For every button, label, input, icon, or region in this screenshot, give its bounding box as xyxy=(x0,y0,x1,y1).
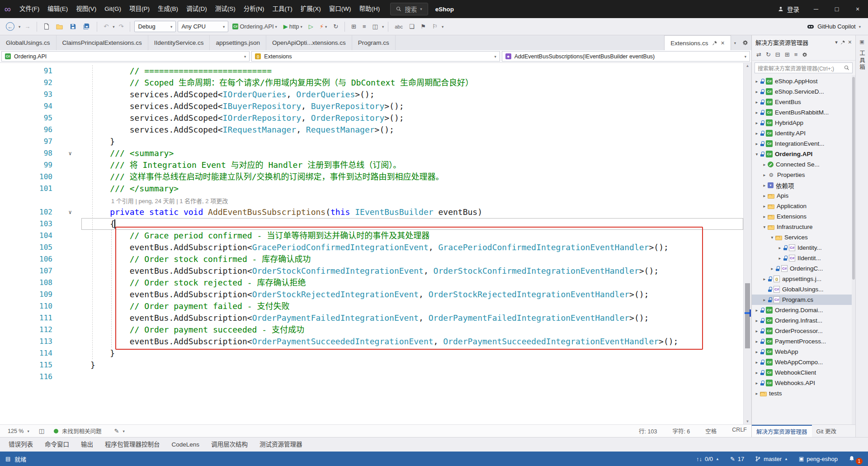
chevron-collapsed-icon[interactable]: ▸ xyxy=(754,380,760,385)
code-line[interactable]: 103 { xyxy=(0,218,743,230)
configuration-dropdown[interactable]: Debug▾ xyxy=(134,21,176,32)
tree-item[interactable]: ▸C#Program.cs xyxy=(752,295,855,305)
tree-item[interactable]: ▸C#IntegrationEvent... xyxy=(752,138,855,149)
collapse-all-icon[interactable]: ⊟ xyxy=(775,51,780,58)
hot-reload-button[interactable]: ⚡▾ xyxy=(317,22,329,31)
split-view-button[interactable]: ◫ xyxy=(370,22,380,31)
pin-icon[interactable] xyxy=(840,40,845,45)
sync-commits-button[interactable]: ↑↓ 0/0 ▲ xyxy=(696,456,719,462)
tree-scrollbar[interactable] xyxy=(852,75,855,424)
chevron-collapsed-icon[interactable]: ▸ xyxy=(777,245,783,250)
chevron-collapsed-icon[interactable]: ▸ xyxy=(761,276,768,281)
codelens-row[interactable]: 1 个引用 | peng, 24 天前 | 1 名作者, 2 项更改 xyxy=(0,195,743,206)
tree-item[interactable]: ▾Services xyxy=(752,232,855,243)
tree-item[interactable]: ▸Apis xyxy=(752,190,855,201)
chevron-expanded-icon[interactable]: ▾ xyxy=(769,235,775,240)
bottom-tab[interactable]: 错误列表 xyxy=(3,437,39,452)
start-without-debug-button[interactable]: ▷ xyxy=(307,22,316,31)
tree-item[interactable]: ▸tests xyxy=(752,388,855,399)
type-dropdown[interactable]: {} Extensions ▾ xyxy=(251,51,500,62)
code-line[interactable]: 108 // Order stock rejected - 库存确认拒绝 xyxy=(0,277,743,289)
tree-item[interactable]: ▸C#WebAppCompo... xyxy=(752,357,855,367)
eol-indicator[interactable]: CRLF xyxy=(732,427,747,435)
tree-item[interactable]: ▸{}appsettings.j... xyxy=(752,274,855,284)
document-tab[interactable]: Program.cs xyxy=(352,35,396,50)
code-line[interactable]: 109 eventBus.AddSubscription<OrderStockR… xyxy=(0,289,743,300)
code-line[interactable]: 91 // ========================== xyxy=(0,65,743,77)
spaces-indicator[interactable]: 空格 xyxy=(705,427,717,435)
code-line[interactable]: 94 services.AddScoped<IBuyerRepository, … xyxy=(0,100,743,112)
undo-button[interactable]: ↶ xyxy=(101,22,111,31)
github-copilot-button[interactable]: GitHub Copilot ▾ xyxy=(803,22,864,32)
menu-item[interactable]: 文件(F) xyxy=(15,0,43,18)
tree-item[interactable]: ▾C#Ordering.API xyxy=(752,149,855,159)
chevron-collapsed-icon[interactable]: ▸ xyxy=(777,256,783,261)
tree-item[interactable]: ▸C#IIdentit... xyxy=(752,253,855,263)
pending-edits-button[interactable]: ✎ 17 xyxy=(730,456,744,462)
chevron-collapsed-icon[interactable]: ▸ xyxy=(761,172,768,177)
zoom-dropdown[interactable]: 125 % ▾ xyxy=(5,427,33,436)
code-line[interactable]: 93 services.AddScoped<IOrderQueries, Ord… xyxy=(0,89,743,100)
document-health-indicator[interactable]: 未找到相关问题 xyxy=(51,425,105,437)
save-all-button[interactable] xyxy=(80,22,93,32)
chevron-collapsed-icon[interactable]: ▸ xyxy=(761,183,768,188)
bottom-tab[interactable]: 输出 xyxy=(75,437,99,452)
chevron-collapsed-icon[interactable]: ▸ xyxy=(754,349,760,354)
scroll-up-icon[interactable]: ▲ xyxy=(744,64,751,68)
code-line[interactable]: 100 /// 这样事件总线在启动时能建立队列/交换机的订阅绑定，事件到达时路由… xyxy=(0,171,743,183)
chevron-collapsed-icon[interactable]: ▸ xyxy=(754,100,760,105)
panel-menu-icon[interactable]: ▾ xyxy=(835,39,838,45)
chevron-down-icon[interactable]: ▾ xyxy=(442,24,443,29)
code-line[interactable]: 107 eventBus.AddSubscription<OrderStockC… xyxy=(0,265,743,277)
fold-indicator[interactable]: ∨ xyxy=(59,147,81,159)
startup-project-dropdown[interactable]: C# Ordering.API ▾ xyxy=(230,22,279,31)
project-dropdown[interactable]: C# Ordering.API ▾ xyxy=(1,51,250,62)
code-line[interactable]: 112 // Order payment succeeded - 支付成功 xyxy=(0,324,743,336)
code-line[interactable]: 105 eventBus.AddSubscription<GracePeriod… xyxy=(0,242,743,253)
code-line[interactable]: 98∨ /// <summary> xyxy=(0,147,743,159)
tree-item[interactable]: ▸C#eShop.ServiceD... xyxy=(752,86,855,97)
tree-item[interactable]: ▸Extensions xyxy=(752,211,855,222)
chevron-collapsed-icon[interactable]: ▸ xyxy=(754,79,760,84)
menu-item[interactable]: 窗口(W) xyxy=(325,0,355,18)
fold-indicator[interactable]: ∨ xyxy=(59,206,81,218)
outline-button[interactable]: ≡ xyxy=(360,22,368,31)
save-button[interactable] xyxy=(67,22,79,31)
chevron-down-icon[interactable]: ▾ xyxy=(382,24,384,29)
document-tab[interactable]: appsettings.json xyxy=(210,35,266,50)
menu-item[interactable]: 分析(N) xyxy=(240,0,269,18)
redo-button[interactable]: ↷ xyxy=(116,22,126,31)
chevron-down-icon[interactable]: ▾ xyxy=(19,24,20,29)
auto-hide-icon[interactable]: ▣ xyxy=(859,39,864,45)
pin-icon[interactable] xyxy=(712,40,717,46)
tree-item[interactable]: ▸C#Webhooks.API xyxy=(752,378,855,388)
navigate-forward-button[interactable]: → xyxy=(22,22,33,31)
chevron-collapsed-icon[interactable]: ▸ xyxy=(761,162,768,167)
tree-item[interactable]: C#GlobalUsings... xyxy=(752,284,855,295)
bottom-tab[interactable]: CodeLens xyxy=(166,437,206,452)
chevron-collapsed-icon[interactable]: ▸ xyxy=(754,339,760,344)
code-line[interactable]: 116 xyxy=(0,371,743,383)
code-line[interactable]: 114 } xyxy=(0,347,743,359)
toolbox-autohide-tab[interactable]: 工具箱 xyxy=(858,50,866,71)
tree-item[interactable]: ▸Application xyxy=(752,201,855,211)
chevron-collapsed-icon[interactable]: ▸ xyxy=(754,120,760,125)
close-button[interactable]: × xyxy=(847,0,868,18)
chevron-collapsed-icon[interactable]: ▸ xyxy=(761,204,768,209)
minimize-button[interactable]: ─ xyxy=(806,0,826,18)
tree-item[interactable]: ▸C#OrderingC... xyxy=(752,263,855,274)
code-line[interactable]: 115} xyxy=(0,359,743,371)
tree-item[interactable]: ▸Connected Se... xyxy=(752,159,855,170)
code-cleanup-button[interactable]: ✎ ▾ xyxy=(111,426,128,436)
navigate-back-button[interactable]: ← xyxy=(4,21,17,32)
code-line[interactable]: 99 /// 将 Integration Event 与对应的 Handler … xyxy=(0,159,743,171)
menu-item[interactable]: Git(G) xyxy=(100,0,125,18)
screen-reader-icon[interactable]: ◫ xyxy=(39,428,44,434)
bookmark-prev-button[interactable]: ⚐ xyxy=(430,22,440,31)
chevron-collapsed-icon[interactable]: ▸ xyxy=(754,360,760,365)
tree-item[interactable]: ▸C#HybridApp xyxy=(752,118,855,128)
chevron-collapsed-icon[interactable]: ▸ xyxy=(754,89,760,94)
notifications-button[interactable]: 1 xyxy=(849,453,863,465)
code-line[interactable]: 106 // Order stock confirmed - 库存确认成功 xyxy=(0,253,743,265)
tree-item[interactable]: ▸C#WebApp xyxy=(752,347,855,357)
